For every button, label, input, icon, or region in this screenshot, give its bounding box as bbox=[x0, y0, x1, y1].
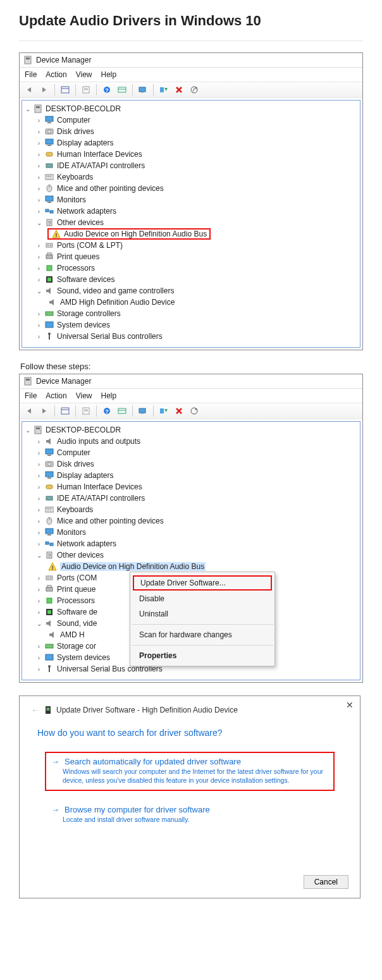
forward-button[interactable] bbox=[37, 83, 51, 96]
tree-category-other-devices[interactable]: ⌄ Other devices bbox=[22, 217, 360, 228]
window-title: Device Manager bbox=[36, 56, 91, 64]
tree-category[interactable]: ›Network adapters bbox=[22, 538, 360, 549]
category-label: Processors bbox=[57, 264, 95, 273]
category-label: Sound, video and game controllers bbox=[57, 286, 174, 295]
svg-text:?: ? bbox=[105, 408, 109, 415]
tree-category[interactable]: ›Monitors bbox=[22, 194, 360, 205]
caret-right-icon: › bbox=[36, 321, 42, 329]
tree-item-audio-device[interactable]: Audio Device on High Definition Audio Bu… bbox=[22, 228, 360, 240]
tree-category-sound[interactable]: ⌄ Sound, video and game controllers bbox=[22, 285, 360, 297]
tree-category[interactable]: ›Print queues bbox=[22, 251, 360, 262]
separator bbox=[132, 645, 273, 646]
storage-icon bbox=[44, 309, 54, 318]
context-menu-item[interactable]: Scan for hardware changes bbox=[130, 627, 274, 642]
caret-right-icon: › bbox=[36, 654, 42, 661]
svg-rect-53 bbox=[118, 408, 126, 413]
titlebar: Device Manager bbox=[20, 374, 362, 389]
tree-category[interactable]: ›Universal Serial Bus controllers bbox=[22, 331, 360, 342]
tree-category[interactable]: ›Monitors bbox=[22, 527, 360, 538]
disable-button[interactable] bbox=[172, 83, 186, 96]
warning-icon bbox=[47, 562, 58, 571]
tree-category[interactable]: ›Human Interface Devices bbox=[22, 481, 360, 493]
menu-file[interactable]: File bbox=[25, 391, 37, 400]
help-button[interactable]: ? bbox=[100, 405, 114, 417]
usb-icon bbox=[44, 332, 54, 341]
menu-help[interactable]: Help bbox=[101, 391, 117, 400]
context-menu-item[interactable]: Disable bbox=[130, 591, 274, 606]
tree-category[interactable]: ›Display adapters bbox=[22, 470, 360, 481]
toolbar: ? bbox=[20, 403, 362, 419]
forward-button[interactable] bbox=[37, 405, 51, 417]
caret-right-icon: › bbox=[36, 642, 42, 650]
menu-action[interactable]: Action bbox=[46, 70, 66, 79]
menu-view[interactable]: View bbox=[76, 70, 92, 79]
enable-button[interactable] bbox=[187, 405, 201, 417]
tree-root[interactable]: ⌄ DESKTOP-BECOLDR bbox=[22, 103, 360, 114]
scan-button[interactable] bbox=[115, 83, 129, 96]
tree-category[interactable]: ›Disk drives bbox=[22, 458, 360, 470]
tree-category[interactable]: ›Ports (COM & LPT) bbox=[22, 240, 360, 251]
category-label: IDE ATA/ATAPI controllers bbox=[57, 494, 145, 503]
caret-right-icon: › bbox=[36, 483, 42, 491]
tree-category[interactable]: ›System devices bbox=[22, 319, 360, 331]
mouse-icon bbox=[44, 184, 54, 193]
tree-category[interactable]: ›Computer bbox=[22, 114, 360, 126]
context-menu-item[interactable]: Properties bbox=[130, 648, 274, 663]
tree-category[interactable]: ›Keyboards bbox=[22, 171, 360, 183]
caret-right-icon: › bbox=[36, 585, 42, 593]
tree-category[interactable]: ›Disk drives bbox=[22, 126, 360, 137]
properties-button[interactable] bbox=[79, 83, 93, 96]
category-label: Keyboards bbox=[57, 505, 93, 514]
back-button[interactable] bbox=[22, 83, 36, 96]
context-menu-item[interactable]: Update Driver Software... bbox=[133, 575, 272, 591]
tree-category[interactable]: ›Network adapters bbox=[22, 205, 360, 217]
tree-category[interactable]: ›Software devices bbox=[22, 274, 360, 285]
back-button[interactable] bbox=[22, 405, 36, 417]
tree-category[interactable]: ›Processors bbox=[22, 262, 360, 274]
category-label: Ports (COM bbox=[57, 573, 97, 582]
menu-view[interactable]: View bbox=[76, 391, 92, 400]
category-label: Disk drives bbox=[57, 127, 94, 136]
sw-icon bbox=[44, 608, 54, 616]
tree-category[interactable]: ›Keyboards bbox=[22, 504, 360, 515]
category-label: IDE ATA/ATAPI controllers bbox=[57, 161, 145, 170]
tree-category[interactable]: ›IDE ATA/ATAPI controllers bbox=[22, 160, 360, 171]
properties-button[interactable] bbox=[79, 405, 93, 417]
update-driver-button[interactable] bbox=[136, 405, 150, 417]
caret-right-icon: › bbox=[36, 173, 42, 181]
caret-right-icon: › bbox=[36, 608, 42, 616]
menu-action[interactable]: Action bbox=[46, 391, 66, 400]
menu-file[interactable]: File bbox=[25, 70, 37, 79]
tree-category[interactable]: ›Mice and other pointing devices bbox=[22, 515, 360, 527]
tree-category-other-devices[interactable]: ⌄ Other devices bbox=[22, 549, 360, 561]
back-arrow-icon[interactable]: ← bbox=[31, 705, 40, 715]
uninstall-button[interactable] bbox=[157, 83, 171, 96]
tree-root[interactable]: ⌄ DESKTOP-BECOLDR bbox=[22, 424, 360, 436]
option-search-auto[interactable]: → Search automatically for updated drive… bbox=[45, 752, 335, 791]
show-hidden-button[interactable] bbox=[58, 405, 72, 417]
show-hidden-button[interactable] bbox=[58, 83, 72, 96]
context-menu-item[interactable]: Uninstall bbox=[130, 606, 274, 622]
tree-item-audio-device-selected[interactable]: Audio Device on High Definition Audio Bu… bbox=[22, 561, 360, 572]
close-button[interactable]: ✕ bbox=[346, 700, 354, 710]
tree-category[interactable]: ›Computer bbox=[22, 447, 360, 458]
tree-category[interactable]: ›IDE ATA/ATAPI controllers bbox=[22, 493, 360, 504]
cancel-button[interactable]: Cancel bbox=[304, 875, 348, 889]
menu-help[interactable]: Help bbox=[101, 70, 117, 79]
tree-category[interactable]: ›Display adapters bbox=[22, 137, 360, 149]
tree-category[interactable]: ›Audio inputs and outputs bbox=[22, 436, 360, 447]
update-driver-button[interactable] bbox=[136, 83, 150, 96]
scan-button[interactable] bbox=[115, 405, 129, 417]
tree-category[interactable]: ›Storage controllers bbox=[22, 308, 360, 319]
category-label: Print queues bbox=[57, 252, 99, 261]
speaker-icon bbox=[44, 286, 54, 295]
help-button[interactable]: ? bbox=[100, 83, 114, 96]
disable-button[interactable] bbox=[172, 405, 186, 417]
option-browse[interactable]: → Browse my computer for driver software… bbox=[45, 800, 335, 831]
category-label: Mice and other pointing devices bbox=[57, 184, 164, 193]
tree-item-amd-audio[interactable]: AMD High Definition Audio Device bbox=[22, 297, 360, 308]
tree-category[interactable]: ›Human Interface Devices bbox=[22, 149, 360, 160]
enable-button[interactable] bbox=[187, 83, 201, 96]
uninstall-button[interactable] bbox=[157, 405, 171, 417]
tree-category[interactable]: ›Mice and other pointing devices bbox=[22, 183, 360, 194]
